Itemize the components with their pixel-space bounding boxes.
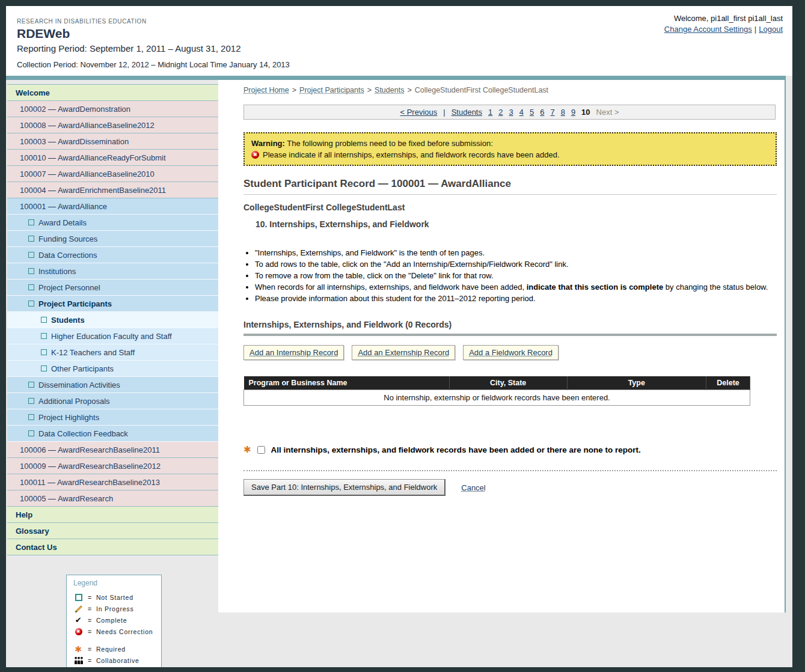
- instruction-text: To remove a row from the table, click on…: [255, 271, 494, 280]
- page-link-4[interactable]: 4: [519, 108, 524, 117]
- change-account-settings-link[interactable]: Change Account Settings: [664, 25, 752, 34]
- sidebar-item-label: 100004 — AwardEnrichmentBaseline2011: [20, 186, 166, 195]
- instruction-text: Please provide information about this st…: [255, 294, 536, 303]
- sidebar-item-award-100010[interactable]: 100010 — AwardAllianceReadyForSubmit: [7, 150, 218, 166]
- legend-item: =Collaborative: [73, 655, 158, 666]
- next-page-link: Next >: [596, 108, 619, 117]
- sidebar-item-label: K-12 Teachers and Staff: [51, 348, 135, 357]
- page-link-1[interactable]: 1: [488, 108, 492, 117]
- legend-item: ✔=Complete: [73, 614, 158, 626]
- collection-period: Collection Period: November 12, 2012 – M…: [17, 60, 290, 69]
- page-link-9[interactable]: 9: [571, 108, 575, 117]
- sidebar-item-higher-education-faculty-and-staff[interactable]: Higher Education Faculty and Staff: [7, 328, 218, 344]
- cancel-link[interactable]: Cancel: [461, 483, 485, 492]
- instruction-item: When records for all internships, extern…: [255, 281, 772, 293]
- all-records-added-checkbox[interactable]: [257, 446, 265, 454]
- legend-equals: =: [88, 628, 92, 635]
- records-table-header-row: Program or Business NameCity, StateTypeD…: [244, 376, 750, 390]
- add-internship-record-button[interactable]: Add an Internship Record: [243, 345, 344, 360]
- sidebar-item-award-100002[interactable]: 100002 — AwardDemonstration: [7, 101, 218, 117]
- save-button[interactable]: Save Part 10: Internships, Externships, …: [243, 479, 445, 496]
- reporting-period: Reporting Period: September 1, 2011 – Au…: [17, 43, 290, 53]
- required-icon: ✱: [243, 444, 251, 455]
- add-externship-record-button[interactable]: Add an Externship Record: [352, 345, 455, 360]
- page-link-5[interactable]: 5: [530, 108, 534, 117]
- not-started-icon: [28, 219, 34, 225]
- legend-box: Legend =Not Started=In Progress✔=Complet…: [66, 575, 162, 667]
- page-link-6[interactable]: 6: [540, 108, 544, 117]
- page-link-8[interactable]: 8: [561, 108, 565, 117]
- sidebar-item-label: 100002 — AwardDemonstration: [20, 105, 130, 114]
- breadcrumb-separator: >: [407, 86, 411, 94]
- sidebar-item-help[interactable]: Help: [7, 507, 218, 523]
- add-record-buttons: Add an Internship RecordAdd an Externshi…: [243, 345, 776, 360]
- breadcrumb-item[interactable]: Project Participants: [299, 86, 364, 94]
- sidebar-item-award-100004[interactable]: 100004 — AwardEnrichmentBaseline2011: [7, 182, 218, 198]
- sidebar-item-award-100007[interactable]: 100007 — AwardAllianceBaseline2010: [7, 166, 218, 182]
- not-started-icon: [73, 594, 84, 601]
- sidebar-item-institutions[interactable]: Institutions: [7, 263, 218, 279]
- instruction-text: "Internships, Externships, and Fieldwork…: [255, 248, 485, 257]
- not-started-icon: [41, 365, 47, 371]
- sidebar-item-other-participants[interactable]: Other Participants: [7, 361, 218, 377]
- sidebar-item-label: Funding Sources: [38, 234, 97, 243]
- legend-equals: =: [88, 617, 92, 624]
- sidebar-item-k12-teachers-and-staff[interactable]: K-12 Teachers and Staff: [7, 344, 218, 361]
- sidebar-item-glossary[interactable]: Glossary: [7, 523, 218, 539]
- complete-icon: ✔: [73, 615, 84, 625]
- sidebar-item-dissemination-activities[interactable]: Dissemination Activities: [7, 377, 218, 393]
- sidebar-item-label: Award Details: [38, 218, 87, 227]
- page-link-2[interactable]: 2: [498, 108, 503, 117]
- sidebar-item-label: Students: [51, 316, 85, 325]
- sidebar-item-welcome[interactable]: Welcome: [7, 85, 218, 101]
- column-header-0: Program or Business Name: [244, 376, 450, 390]
- sidebar-item-award-100008[interactable]: 100008 — AwardAllianceBaseline2012: [7, 117, 218, 133]
- pagination-separator: |: [443, 108, 445, 117]
- students-link[interactable]: Students: [451, 108, 482, 117]
- sidebar-item-students[interactable]: Students: [7, 312, 218, 328]
- sidebar-item-award-100006[interactable]: 100006 — AwardResearchBaseline2011: [7, 442, 218, 458]
- breadcrumb: Project Home>Project Participants>Studen…: [243, 80, 776, 94]
- sidebar-item-project-highlights[interactable]: Project Highlights: [7, 409, 218, 426]
- logout-link[interactable]: Logout: [759, 25, 783, 34]
- sidebar-item-award-100011[interactable]: 100011 — AwardResearchBaseline2013: [7, 474, 218, 490]
- breadcrumb-item[interactable]: Students: [375, 86, 404, 94]
- sidebar-item-data-collection-feedback[interactable]: Data Collection Feedback: [7, 426, 218, 442]
- breadcrumb-separator: >: [367, 86, 372, 94]
- sidebar-item-label: Data Collection Feedback: [38, 429, 128, 438]
- page-link-7[interactable]: 7: [550, 108, 554, 117]
- sidebar-item-award-100009[interactable]: 100009 — AwardResearchBaseline2012: [7, 458, 218, 474]
- actions-row: Save Part 10: Internships, Externships, …: [243, 479, 776, 496]
- main-panel: Project Home>Project Participants>Studen…: [218, 80, 786, 612]
- records-table-empty-row: No internship, externship or fieldwork r…: [244, 390, 750, 406]
- records-table: Program or Business NameCity, StateTypeD…: [243, 376, 750, 406]
- legend-item: ✱=Required: [73, 643, 158, 655]
- user-box: Welcome, pi1all_first pi1all_last Change…: [664, 13, 783, 35]
- page-link-3[interactable]: 3: [509, 108, 513, 117]
- sidebar-item-data-corrections[interactable]: Data Corrections: [7, 247, 218, 263]
- sidebar-item-project-personnel[interactable]: Project Personnel: [7, 279, 218, 296]
- add-fieldwork-record-button[interactable]: Add a Fieldwork Record: [463, 345, 559, 360]
- not-started-icon: [28, 301, 34, 307]
- sidebar-item-additional-proposals[interactable]: Additional Proposals: [7, 393, 218, 409]
- instruction-text: To add rows to the table, click on the "…: [255, 260, 569, 269]
- needs-correction-icon: ✖: [251, 151, 259, 159]
- breadcrumb-item[interactable]: Project Home: [243, 86, 289, 94]
- sidebar-item-label: Project Highlights: [38, 413, 99, 422]
- not-started-icon: [28, 268, 34, 274]
- not-started-icon: [28, 284, 34, 290]
- sidebar-item-label: Welcome: [16, 88, 50, 97]
- sidebar-item-award-details[interactable]: Award Details: [7, 215, 218, 231]
- instruction-text: When records for all internships, extern…: [255, 283, 527, 292]
- sidebar-item-funding-sources[interactable]: Funding Sources: [7, 231, 218, 247]
- legend-equals: =: [88, 594, 92, 601]
- confirm-row: ✱ All internships, externships, and fiel…: [243, 444, 776, 455]
- sidebar-item-award-100001[interactable]: 100001 — AwardAlliance: [7, 198, 218, 215]
- warning-intro: The following problems need to be fixed …: [285, 139, 493, 148]
- sidebar-item-contact-us[interactable]: Contact Us: [7, 539, 218, 555]
- previous-page-link[interactable]: < Previous: [400, 108, 437, 117]
- sidebar-item-award-100005[interactable]: 100005 — AwardResearch: [7, 490, 218, 507]
- sidebar-item-project-participants[interactable]: Project Participants: [7, 296, 218, 312]
- sidebar-item-label: 100008 — AwardAllianceBaseline2012: [20, 121, 155, 130]
- sidebar-item-award-100003[interactable]: 100003 — AwardDissemination: [7, 133, 218, 150]
